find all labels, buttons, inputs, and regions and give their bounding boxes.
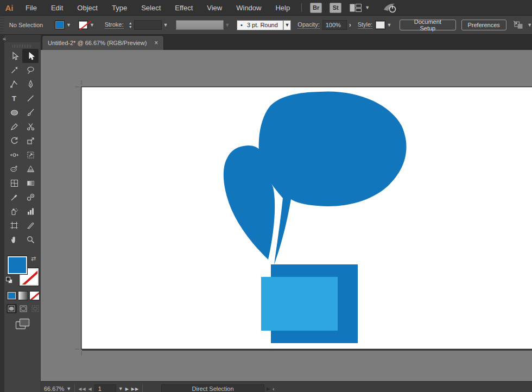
fill-dropdown-chevron-icon[interactable]: ▼ — [65, 20, 73, 30]
panel-drag-grip[interactable] — [12, 45, 32, 48]
perspective-grid-tool[interactable] — [22, 162, 39, 176]
artboard-number-field[interactable]: 1 — [94, 384, 116, 392]
column-graph-tool[interactable] — [22, 204, 39, 218]
status-menu-icon[interactable]: ▶ — [267, 386, 270, 391]
draw-normal-icon — [8, 305, 15, 312]
lasso-icon — [26, 66, 35, 75]
zoom-control[interactable]: 66.67% ▼ — [41, 384, 74, 392]
brush-definition-dropdown[interactable]: • 3 pt. Round — [237, 20, 283, 30]
selection-arrow-icon — [10, 52, 19, 61]
fill-color-swatch[interactable] — [55, 21, 65, 29]
stroke-label[interactable]: Stroke: — [105, 21, 124, 29]
lasso-tool[interactable] — [22, 63, 39, 77]
draw-behind-button[interactable] — [18, 304, 29, 313]
gradient-tool[interactable] — [22, 176, 39, 190]
stroke-weight-stepper[interactable]: ▲ ▼ — [127, 20, 135, 30]
scale-tool[interactable] — [22, 134, 39, 148]
type-tool-glyph: T — [12, 94, 16, 103]
blend-tool[interactable] — [22, 190, 39, 204]
draw-inside-icon — [31, 305, 39, 312]
tab-close-icon[interactable]: × — [154, 40, 158, 46]
document-tab[interactable]: Untitled-2* @ 66.67% (RGB/Preview) × — [42, 35, 164, 50]
curvature-tool[interactable] — [22, 77, 39, 91]
stroke-weight-chevron-icon[interactable]: ▼ — [162, 20, 170, 30]
opacity-label[interactable]: Opacity: — [297, 21, 319, 29]
pencil-tool[interactable] — [6, 119, 22, 134]
bridge-button[interactable]: Br — [310, 3, 322, 13]
stepper-down-icon[interactable]: ▼ — [127, 25, 135, 29]
menu-object[interactable]: Object — [70, 4, 105, 12]
fill-stroke-proxy: ⇄ — [4, 255, 40, 287]
menu-bar: Ai File Edit Object Type Select Effect V… — [0, 0, 532, 16]
stepper-up-icon[interactable]: ▲ — [127, 21, 135, 25]
change-screen-mode-button[interactable] — [15, 318, 30, 332]
mesh-tool[interactable] — [6, 176, 22, 190]
brush-definition-chevron-icon[interactable]: ▼ — [283, 20, 292, 30]
previous-artboard-button[interactable]: ◀ — [88, 387, 92, 391]
next-artboard-button[interactable]: ▶ — [125, 387, 129, 391]
swap-fill-stroke-icon[interactable]: ⇄ — [31, 255, 36, 262]
draw-normal-button[interactable] — [7, 304, 17, 313]
scissors-tool[interactable] — [22, 119, 39, 134]
zoom-chevron-icon[interactable]: ▼ — [66, 387, 71, 391]
type-tool[interactable]: T — [6, 91, 22, 105]
color-button[interactable] — [7, 291, 17, 300]
hand-tool[interactable] — [6, 232, 22, 246]
eyedropper-tool[interactable] — [6, 190, 22, 204]
zoom-tool[interactable] — [22, 232, 39, 246]
gradient-button[interactable] — [18, 291, 28, 300]
artboard-chevron-icon[interactable]: ▼ — [118, 387, 123, 391]
preferences-button[interactable]: Preferences — [461, 20, 506, 30]
first-artboard-button[interactable]: ◀◀ — [78, 387, 86, 391]
style-swatch[interactable] — [375, 21, 385, 29]
free-transform-icon — [26, 150, 35, 160]
menu-effect[interactable]: Effect — [168, 4, 200, 12]
cs-live-button[interactable] — [382, 1, 398, 14]
line-segment-tool[interactable] — [22, 91, 39, 105]
status-indicator[interactable]: Direct Selection ▶ ‹ — [158, 384, 278, 392]
paintbrush-tool[interactable] — [22, 105, 39, 119]
canvas-area[interactable] — [41, 50, 532, 381]
default-stroke-mini — [6, 277, 10, 281]
align-options-icon[interactable] — [513, 20, 524, 30]
menu-select[interactable]: Select — [134, 4, 168, 12]
menu-help[interactable]: Help — [268, 4, 297, 12]
stock-button[interactable]: St — [330, 3, 341, 13]
direct-selection-tool[interactable] — [22, 49, 39, 63]
default-fill-stroke-icon[interactable] — [6, 277, 12, 283]
tools-grid: T — [4, 49, 40, 246]
magic-wand-tool[interactable] — [6, 63, 22, 77]
last-artboard-button[interactable]: ▶▶ — [131, 387, 139, 391]
shape-builder-tool[interactable] — [6, 162, 22, 176]
opacity-more-button[interactable]: › — [347, 21, 353, 29]
menu-edit[interactable]: Edit — [44, 4, 70, 12]
width-tool[interactable] — [6, 148, 22, 162]
stroke-weight-field[interactable] — [134, 20, 162, 30]
symbol-sprayer-tool[interactable] — [6, 204, 22, 218]
slice-tool[interactable] — [22, 218, 39, 232]
fill-proxy-swatch[interactable] — [8, 256, 27, 274]
align-chevron-icon[interactable]: ▼ — [527, 23, 532, 28]
menu-window[interactable]: Window — [229, 4, 268, 12]
menu-view[interactable]: View — [200, 4, 229, 12]
style-chevron-icon[interactable]: ▼ — [385, 20, 394, 30]
document-setup-button[interactable]: Document Setup — [400, 20, 455, 30]
workspace-switcher[interactable]: ▼ — [350, 4, 370, 12]
collapse-panels-button[interactable]: « — [3, 35, 6, 42]
document-artwork — [41, 50, 532, 381]
stroke-color-swatch[interactable] — [78, 21, 88, 29]
menu-type[interactable]: Type — [105, 4, 134, 12]
free-transform-tool[interactable] — [22, 148, 39, 162]
none-button[interactable] — [29, 291, 40, 300]
scale-icon — [26, 136, 35, 146]
ellipse-tool[interactable] — [6, 105, 22, 119]
pen-tool[interactable] — [6, 77, 22, 91]
column-graph-icon — [26, 207, 35, 216]
rotate-tool[interactable] — [6, 134, 22, 148]
shape-light-rectangle[interactable] — [261, 277, 338, 331]
menu-file[interactable]: File — [18, 4, 44, 12]
style-label[interactable]: Style: — [358, 21, 373, 29]
artboard-tool[interactable] — [6, 218, 22, 232]
selection-tool[interactable] — [6, 49, 22, 63]
opacity-field[interactable]: 100% — [322, 20, 347, 30]
